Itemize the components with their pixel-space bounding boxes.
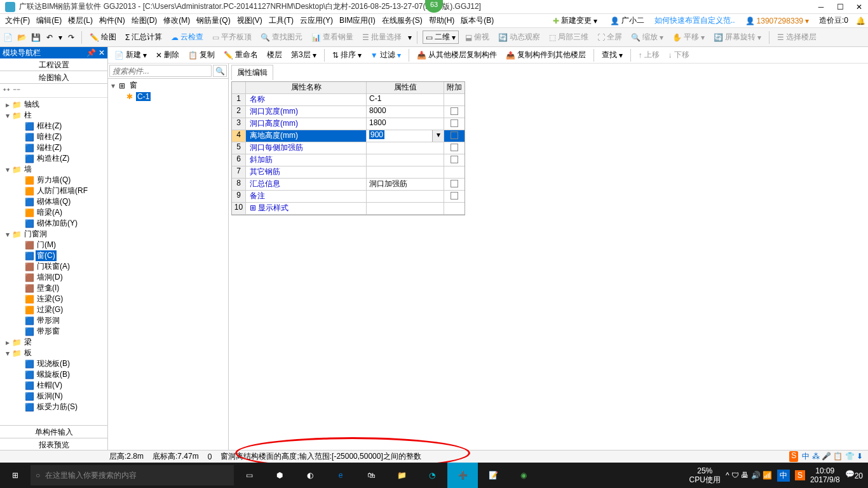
start-button[interactable]: ⊞	[0, 463, 31, 488]
collapse-icon[interactable]: ⁻⁻	[13, 86, 20, 95]
menu-floor[interactable]: 楼层(L)	[65, 14, 95, 27]
tree-item[interactable]: 🟦柱帽(V)	[1, 380, 106, 391]
tree-item[interactable]: ▾📁柱	[1, 110, 106, 121]
tree-item[interactable]: 🟧剪力墙(Q)	[1, 175, 106, 186]
tree-item[interactable]: 🟦砌体加筋(Y)	[1, 218, 106, 229]
move-up-button[interactable]: ↑上移	[636, 48, 662, 62]
property-row[interactable]: 7其它钢筋	[232, 166, 465, 179]
save-icon[interactable]: 💾	[31, 32, 41, 43]
tree-item[interactable]: ▾📁墙	[1, 164, 106, 175]
property-row[interactable]: 5洞口每侧加强筋	[232, 142, 465, 154]
menu-rebar[interactable]: 钢筋量(Q)	[194, 14, 233, 27]
property-row[interactable]: 10⊞ 显示样式	[232, 203, 465, 215]
copy-from-button[interactable]: 📥从其他楼层复制构件	[414, 48, 499, 62]
tab-report-preview[interactable]: 报表预览	[0, 438, 107, 451]
menu-edit[interactable]: 编辑(E)	[34, 14, 64, 27]
property-grid[interactable]: 属性名称 属性值 附加 1名称C-12洞口宽度(mm)80003洞口高度(mm)…	[231, 81, 465, 215]
explorer-icon[interactable]: 📁	[386, 463, 417, 488]
tree-item[interactable]: 🟦暗柱(Z)	[1, 132, 106, 142]
close-button[interactable]: ✕	[855, 3, 863, 11]
find-button[interactable]: 🔍查找图元	[258, 30, 305, 44]
taskview-icon[interactable]: ▭	[234, 463, 264, 488]
tree-item[interactable]: 🟦构造柱(Z)	[1, 153, 106, 164]
move-down-button[interactable]: ↓下移	[666, 48, 692, 62]
batch-button[interactable]: ☰批量选择	[360, 30, 404, 44]
tree-item[interactable]: 🟧人防门框墙(RF	[1, 186, 106, 196]
property-edit-tab[interactable]: 属性编辑	[231, 65, 273, 80]
local3d-button[interactable]: ⬚局部三维	[546, 30, 591, 44]
tree-item[interactable]: ▾📁板	[1, 348, 106, 358]
new-change-button[interactable]: ✚新建变更 ▾	[550, 14, 600, 27]
dynamic-button[interactable]: 🔄动态观察	[496, 30, 543, 44]
tree-item[interactable]: 🟦窗(C)	[1, 250, 106, 261]
search-input[interactable]	[109, 65, 212, 77]
menu-version[interactable]: 版本号(B)	[458, 14, 496, 27]
menu-help[interactable]: 帮助(H)	[426, 14, 458, 27]
sort-button[interactable]: ⇅排序 ▾	[330, 48, 364, 62]
rename-button[interactable]: ✏️重命名	[221, 48, 261, 62]
find-component-button[interactable]: 查找 ▾	[599, 48, 625, 62]
pin-icon[interactable]: 📌	[86, 48, 96, 57]
menu-tool[interactable]: 工具(T)	[266, 14, 296, 27]
tree-item[interactable]: 🟫门联窗(A)	[1, 261, 106, 272]
property-row[interactable]: 9备注	[232, 191, 465, 203]
filter-button[interactable]: ▼过滤 ▾	[368, 48, 403, 62]
expand-icon[interactable]: ⁺⁺	[3, 86, 10, 95]
tree-item[interactable]: 🟦框柱(Z)	[1, 121, 106, 132]
nav-close-icon[interactable]: ✕	[98, 48, 105, 57]
user-button[interactable]: 👤广小二	[607, 14, 647, 27]
tree-item[interactable]: ▸📁轴线	[1, 99, 106, 110]
tab-project-settings[interactable]: 工程设置	[0, 58, 107, 71]
search-button[interactable]: 🔍	[213, 65, 227, 77]
draw-button[interactable]: ✏️绘图	[87, 30, 119, 44]
app3-icon[interactable]: ◔	[417, 463, 447, 488]
property-row[interactable]: 1名称C-1	[232, 94, 465, 106]
notification-icon[interactable]: 💬20	[845, 470, 863, 480]
tree-item[interactable]: 🟧连梁(G)	[1, 294, 106, 304]
tree-item[interactable]: 🟦带形窗	[1, 326, 106, 337]
store-icon[interactable]: 🛍	[356, 463, 386, 488]
ime-button[interactable]: 中	[777, 470, 790, 482]
property-row[interactable]: 8汇总信息洞口加强筋	[232, 179, 465, 191]
cpu-meter[interactable]: 25%CPU使用	[689, 466, 721, 484]
menu-file[interactable]: 文件(F)	[3, 14, 32, 27]
menu-bim[interactable]: BIM应用(I)	[337, 14, 378, 27]
tree-item[interactable]: 🟦现浇板(B)	[1, 358, 106, 369]
flat-button[interactable]: ▭平齐板顶	[210, 30, 254, 44]
menu-online[interactable]: 在线服务(S)	[379, 14, 425, 27]
property-row[interactable]: 2洞口宽度(mm)8000	[232, 106, 465, 118]
edge-icon[interactable]: e	[325, 463, 356, 488]
top-view-button[interactable]: ⬓俯视	[463, 30, 492, 44]
component-c1[interactable]: C-1	[136, 92, 151, 101]
sogou-icon[interactable]: S	[795, 470, 805, 480]
new-icon[interactable]: 📄	[3, 32, 13, 43]
app5-icon[interactable]: 📝	[478, 463, 508, 488]
tree-item[interactable]: 🟦砌体墙(Q)	[1, 196, 106, 207]
delete-button[interactable]: ✕删除	[153, 48, 182, 62]
tree-item[interactable]: 🟫墙洞(D)	[1, 272, 106, 283]
app6-icon[interactable]: ◉	[508, 463, 539, 488]
rotate-button[interactable]: 🔄屏幕旋转 ▾	[711, 30, 764, 44]
tree-item[interactable]: 🟦带形洞	[1, 315, 106, 326]
tree-item[interactable]: 🟧暗梁(A)	[1, 207, 106, 218]
app1-icon[interactable]: ⬢	[264, 463, 295, 488]
open-icon[interactable]: 📂	[17, 32, 27, 43]
copy-button[interactable]: 📋复制	[186, 48, 217, 62]
tree-item[interactable]: 🟧过梁(G)	[1, 304, 106, 315]
menu-cloud[interactable]: 云应用(Y)	[297, 14, 336, 27]
minimize-button[interactable]: ─	[817, 3, 825, 11]
zoom-button[interactable]: 🔍缩放 ▾	[628, 30, 666, 44]
menu-draw[interactable]: 绘图(D)	[129, 14, 160, 27]
bell-icon[interactable]: 🔔	[856, 17, 865, 25]
tip-link[interactable]: 如何快速布置自定义范..	[654, 15, 735, 26]
redo-icon[interactable]: ↷	[66, 32, 76, 43]
clock[interactable]: 10:092017/9/8	[810, 466, 840, 484]
undo-icon[interactable]: ↶	[44, 32, 55, 43]
maximize-button[interactable]: ☐	[836, 3, 844, 11]
fullscreen-button[interactable]: ⛶全屏	[595, 30, 625, 44]
menu-modify[interactable]: 修改(M)	[161, 14, 193, 27]
phone-button[interactable]: 👤13907298339 ▾	[743, 15, 811, 27]
app4-icon[interactable]: ➕	[447, 463, 478, 488]
tree-item[interactable]: 🟦板洞(N)	[1, 391, 106, 402]
app2-icon[interactable]: ◐	[295, 463, 325, 488]
